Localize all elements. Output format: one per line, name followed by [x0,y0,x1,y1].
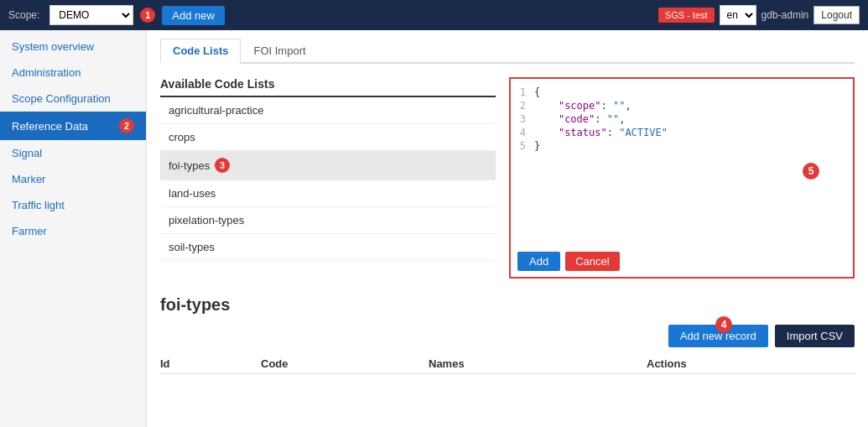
actions-badge4: 4 [715,316,732,333]
json-panel-badge5: 5 [803,163,819,180]
code-list-soil-types[interactable]: soil-types [160,234,496,261]
add-new-button[interactable]: Add new [162,6,225,25]
column-header-names: Names [429,357,647,370]
json-editor[interactable]: 1 { 2 "scope": "", 3 "code": "", 4 "st [511,79,853,247]
add-button[interactable]: Add [517,252,560,271]
reference-data-badge: 2 [119,118,134,133]
sidebar-item-signal[interactable]: Signal [0,140,146,166]
section-title: foi-types [160,295,855,315]
json-actions: Add Cancel [511,247,853,276]
sidebar-item-administration[interactable]: Administration [0,60,146,86]
tab-foi-import[interactable]: FOI Import [241,39,318,64]
sidebar-item-label: Reference Data [12,120,88,133]
sidebar-item-label: Scope Configuration [12,92,111,105]
foi-types-badge: 3 [215,158,230,173]
main-content: Code Lists FOI Import Available Code Lis… [147,30,868,427]
content-area: Available Code Lists agricultural-practi… [160,77,855,279]
json-panel: 1 { 2 "scope": "", 3 "code": "", 4 "st [509,77,855,279]
code-list-crops[interactable]: crops [160,124,496,151]
column-header-code: Code [261,357,429,370]
json-line-1: 1 { [511,86,853,99]
column-header-actions: Actions [647,357,855,370]
column-header-id: Id [160,357,261,370]
json-line-3: 3 "code": "", [511,112,853,126]
json-line-5: 5 } [511,139,853,153]
scope-select[interactable]: DEMO [49,5,133,25]
json-line-4: 4 "status": "ACTIVE" [511,126,853,139]
sidebar-item-label: Marker [12,173,45,185]
topbar-badge1: 1 [140,8,155,23]
sidebar-item-label: System overview [12,40,94,53]
sidebar-item-label: Signal [12,147,42,159]
user-label: gdb-admin [761,9,809,21]
sidebar-item-scope-configuration[interactable]: Scope Configuration [0,86,146,112]
sidebar-item-marker[interactable]: Marker [0,166,146,192]
sidebar: System overview Administration Scope Con… [0,30,147,427]
tab-code-lists[interactable]: Code Lists [160,39,241,64]
sidebar-item-label: Traffic light [12,199,65,211]
code-list-panel: Available Code Lists agricultural-practi… [160,77,496,279]
bottom-section: foi-types 4 Add new record Import CSV Id… [160,295,855,374]
sidebar-item-farmer[interactable]: Farmer [0,218,146,244]
lang-select[interactable]: en [720,5,756,25]
code-list-foi-types[interactable]: foi-types 3 [160,151,496,180]
section-actions: 4 Add new record Import CSV [160,325,855,347]
sgs-button[interactable]: SGS - test [658,8,715,23]
code-list-agricultural-practice[interactable]: agricultural-practice [160,97,496,124]
sidebar-item-system-overview[interactable]: System overview [0,34,146,60]
logout-button[interactable]: Logout [813,6,860,24]
tabs: Code Lists FOI Import [160,39,855,64]
code-list-pixelation-types[interactable]: pixelation-types [160,207,496,234]
json-line-2: 2 "scope": "", [511,99,853,112]
topbar: Scope: DEMO 1 Add new SGS - test en gdb-… [0,0,868,30]
layout: System overview Administration Scope Con… [0,30,868,427]
topbar-right: SGS - test en gdb-admin Logout [658,5,860,25]
sidebar-item-label: Farmer [12,225,47,237]
sidebar-item-reference-data[interactable]: Reference Data 2 [0,112,146,140]
sidebar-item-label: Administration [12,66,81,79]
import-csv-button[interactable]: Import CSV [775,325,855,347]
code-list-land-uses[interactable]: land-uses [160,180,496,207]
scope-label: Scope: [8,9,39,21]
sidebar-item-traffic-light[interactable]: Traffic light [0,192,146,218]
table-header: Id Code Names Actions [160,354,855,374]
cancel-button[interactable]: Cancel [565,252,619,271]
panel-title: Available Code Lists [160,77,496,97]
